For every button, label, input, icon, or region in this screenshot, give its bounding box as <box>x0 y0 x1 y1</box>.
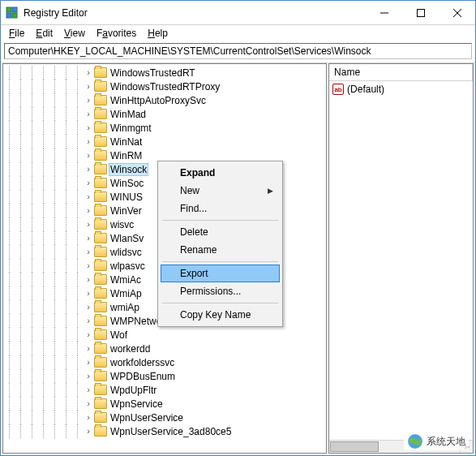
ctx-find[interactable]: Find... <box>161 200 280 217</box>
tree-item[interactable]: ›Wof <box>3 328 326 342</box>
tree-item-label: wisvc <box>109 219 135 230</box>
menu-file[interactable]: File <box>4 27 29 40</box>
tree-item-label: WinVer <box>109 205 144 217</box>
tree-item-label: WPDBusEnum <box>109 371 177 382</box>
folder-icon <box>94 150 107 161</box>
expander-icon[interactable]: › <box>83 220 94 229</box>
ctx-export[interactable]: Export <box>161 265 280 282</box>
expander-icon[interactable]: › <box>83 206 94 215</box>
list-pane[interactable]: Name ab (Default) ▶ <box>328 63 474 454</box>
tree-item[interactable]: ›WindowsTrustedRT <box>3 66 326 80</box>
minimize-button[interactable] <box>366 1 402 24</box>
svg-rect-5 <box>417 9 424 16</box>
folder-icon <box>94 205 107 216</box>
expander-icon[interactable]: › <box>83 247 94 256</box>
expander-icon[interactable]: › <box>83 137 94 146</box>
expander-icon[interactable]: › <box>83 261 94 270</box>
folder-icon <box>94 67 107 78</box>
menubar: File Edit View Favorites Help <box>1 25 475 41</box>
tree-item-label: workerdd <box>109 343 152 355</box>
folder-icon <box>94 288 107 299</box>
ctx-new[interactable]: New▶ <box>161 182 280 200</box>
tree-item[interactable]: ›WinNat <box>3 135 326 148</box>
menu-help[interactable]: Help <box>143 27 173 40</box>
tree-item-label: Winsock <box>109 163 148 176</box>
expander-icon[interactable]: › <box>83 385 94 394</box>
column-name[interactable]: Name <box>329 64 473 80</box>
expander-icon[interactable]: › <box>83 289 94 298</box>
tree-item[interactable]: ›WpnService <box>3 397 326 411</box>
expander-icon[interactable]: › <box>83 399 94 408</box>
tree-item-label: WindowsTrustedRTProxy <box>109 81 221 92</box>
expander-icon[interactable]: › <box>83 179 94 187</box>
watermark: 系统天地 <box>404 432 469 450</box>
ctx-separator <box>162 220 278 221</box>
svg-rect-3 <box>12 13 17 18</box>
ctx-permissions[interactable]: Permissions... <box>161 282 280 300</box>
tree-item[interactable]: ›WPDBusEnum <box>3 369 326 383</box>
tree-item[interactable]: ›WpnUserService_3ad80ce5 <box>3 424 326 438</box>
tree-item[interactable]: ›WpnUserService <box>3 411 326 424</box>
titlebar: Registry Editor <box>1 1 475 25</box>
folder-icon <box>94 233 107 243</box>
address-input[interactable]: Computer\HKEY_LOCAL_MACHINE\SYSTEM\Curre… <box>4 43 472 59</box>
ctx-delete[interactable]: Delete <box>161 223 280 241</box>
watermark-text: 系统天地 <box>427 435 465 449</box>
close-button[interactable] <box>439 1 475 24</box>
ctx-copy-key-name[interactable]: Copy Key Name <box>161 306 280 324</box>
context-menu: Expand New▶ Find... Delete Rename Export… <box>157 161 283 327</box>
folder-icon <box>94 109 107 119</box>
menu-favorites[interactable]: Favorites <box>92 27 141 40</box>
folder-icon <box>94 81 107 92</box>
expander-icon[interactable]: › <box>83 110 94 118</box>
tree-item[interactable]: ›workfolderssvc <box>3 355 326 369</box>
ctx-separator <box>162 303 278 303</box>
expander-icon[interactable]: › <box>83 330 94 339</box>
expander-icon[interactable]: › <box>83 96 94 105</box>
expander-icon[interactable]: › <box>83 427 94 436</box>
submenu-arrow-icon: ▶ <box>268 187 273 195</box>
tree-item[interactable]: ›Winmgmt <box>3 121 326 135</box>
tree-item-label: wlidsvc <box>109 247 144 258</box>
folder-icon <box>94 302 107 312</box>
expander-icon[interactable]: › <box>83 358 94 367</box>
expander-icon[interactable]: › <box>83 165 94 174</box>
list-row-default[interactable]: ab (Default) <box>329 83 473 96</box>
expander-icon[interactable]: › <box>83 192 94 201</box>
folder-icon <box>94 219 107 230</box>
tree-item[interactable]: ›WinMad <box>3 107 326 121</box>
tree-item[interactable]: ›WindowsTrustedRTProxy <box>3 80 326 93</box>
tree-item[interactable]: ›WpdUpFltr <box>3 383 326 397</box>
menu-edit[interactable]: Edit <box>31 27 58 40</box>
expander-icon[interactable]: › <box>83 151 94 160</box>
expander-icon[interactable]: › <box>83 68 94 77</box>
tree-item-label: WinSoc <box>109 178 145 189</box>
ctx-expand[interactable]: Expand <box>161 164 280 182</box>
tree-item-label: wlpasvc <box>109 260 147 272</box>
expander-icon[interactable]: › <box>83 316 94 325</box>
list-row-label: (Default) <box>347 84 384 95</box>
app-icon <box>6 6 19 19</box>
folder-icon <box>94 426 107 437</box>
scrollbar-thumb[interactable] <box>330 441 379 452</box>
tree-item-label: WmiAc <box>109 274 143 286</box>
tree-item-label: WpnService <box>109 398 165 410</box>
folder-icon <box>94 357 107 368</box>
expander-icon[interactable]: › <box>83 234 94 243</box>
expander-icon[interactable]: › <box>83 123 94 132</box>
tree-item[interactable]: ›WinHttpAutoProxySvc <box>3 93 326 107</box>
maximize-button[interactable] <box>402 1 439 24</box>
folder-icon <box>94 178 107 188</box>
tree-item-label: WinHttpAutoProxySvc <box>109 95 208 106</box>
expander-icon[interactable]: › <box>83 344 94 353</box>
expander-icon[interactable]: › <box>83 275 94 284</box>
expander-icon[interactable]: › <box>83 413 94 422</box>
menu-view[interactable]: View <box>59 27 90 40</box>
svg-rect-0 <box>6 7 11 12</box>
svg-rect-1 <box>12 7 17 12</box>
expander-icon[interactable]: › <box>83 82 94 91</box>
tree-item[interactable]: ›workerdd <box>3 342 326 355</box>
expander-icon[interactable]: › <box>83 303 94 312</box>
ctx-rename[interactable]: Rename <box>161 241 280 259</box>
expander-icon[interactable]: › <box>83 372 94 381</box>
